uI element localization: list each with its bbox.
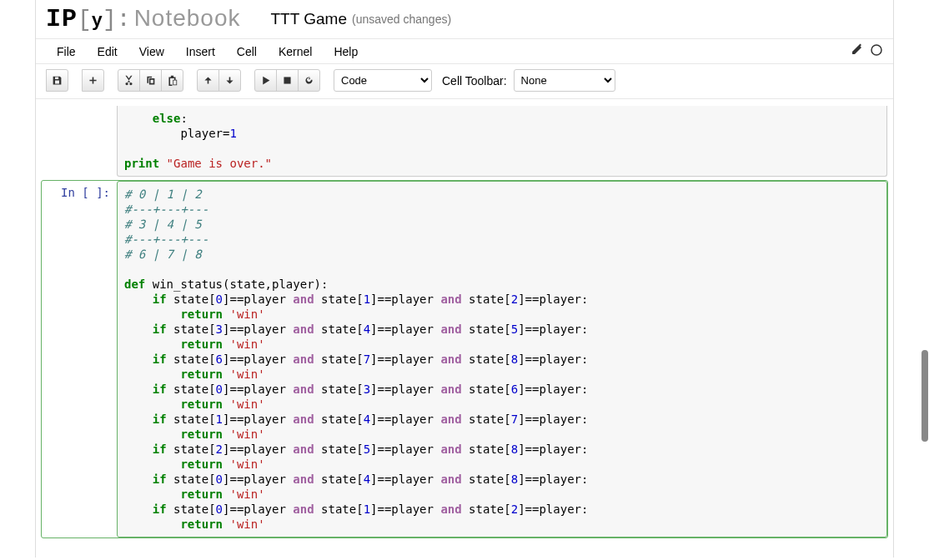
restart-button[interactable] (298, 69, 320, 92)
menu-edit[interactable]: Edit (87, 40, 128, 63)
logo-y: y (92, 11, 103, 32)
cell-toolbar-label: Cell Toolbar: (442, 74, 507, 88)
move-up-button[interactable] (197, 69, 219, 92)
cell-toolbar-select[interactable]: None (514, 69, 615, 92)
notebook-title[interactable]: TTT Game (271, 10, 348, 28)
edit-icon[interactable] (850, 43, 863, 59)
copy-button[interactable] (139, 69, 162, 92)
menu-kernel[interactable]: Kernel (268, 40, 323, 63)
menu-help[interactable]: Help (323, 40, 369, 63)
move-down-button[interactable] (218, 69, 241, 92)
run-button[interactable] (254, 69, 277, 92)
toolbar: Code Cell Toolbar: None (36, 64, 893, 99)
cell-input-area[interactable]: # 0 | 1 | 2 #---+---+--- # 3 | 4 | 5 #--… (117, 181, 887, 538)
save-status: (unsaved changes) (352, 12, 451, 26)
logo-bracket-open: [ (78, 7, 92, 32)
code-editor[interactable]: # 0 | 1 | 2 #---+---+--- # 3 | 4 | 5 #--… (124, 187, 880, 532)
kernel-indicator-icon (870, 43, 883, 59)
svg-point-0 (871, 45, 881, 55)
cell-type-select[interactable]: Code (334, 69, 432, 92)
menu-view[interactable]: View (128, 40, 175, 63)
save-button[interactable] (46, 69, 68, 92)
code-cell[interactable]: else: player=1 print "Game is over." (41, 105, 888, 178)
menu-file[interactable]: File (46, 40, 87, 63)
insert-cell-below-button[interactable] (82, 69, 104, 92)
cut-button[interactable] (118, 69, 140, 92)
menu-insert[interactable]: Insert (175, 40, 226, 63)
menubar: File Edit View Insert Cell Kernel Help (36, 39, 893, 64)
code-cell[interactable]: In [ ]:# 0 | 1 | 2 #---+---+--- # 3 | 4 … (41, 180, 888, 538)
svg-rect-1 (284, 77, 290, 83)
logo-notebook: Notebook (134, 5, 241, 32)
logo-bracket-close: ]: (103, 7, 131, 32)
scrollbar-thumb[interactable] (921, 350, 928, 442)
cell-input-area[interactable]: else: player=1 print "Game is over." (117, 106, 887, 177)
logo-ip: IP (46, 5, 78, 33)
notebook-area[interactable]: else: player=1 print "Game is over."In [… (36, 99, 893, 558)
interrupt-button[interactable] (276, 69, 299, 92)
code-editor[interactable]: else: player=1 print "Game is over." (124, 111, 880, 171)
header: IP [ y ]: Notebook TTT Game (unsaved cha… (36, 0, 893, 39)
menu-cell[interactable]: Cell (226, 40, 268, 63)
cell-prompt: In [ ]: (42, 181, 117, 538)
jupyter-logo[interactable]: IP [ y ]: Notebook (46, 5, 241, 33)
paste-button[interactable] (161, 69, 183, 92)
